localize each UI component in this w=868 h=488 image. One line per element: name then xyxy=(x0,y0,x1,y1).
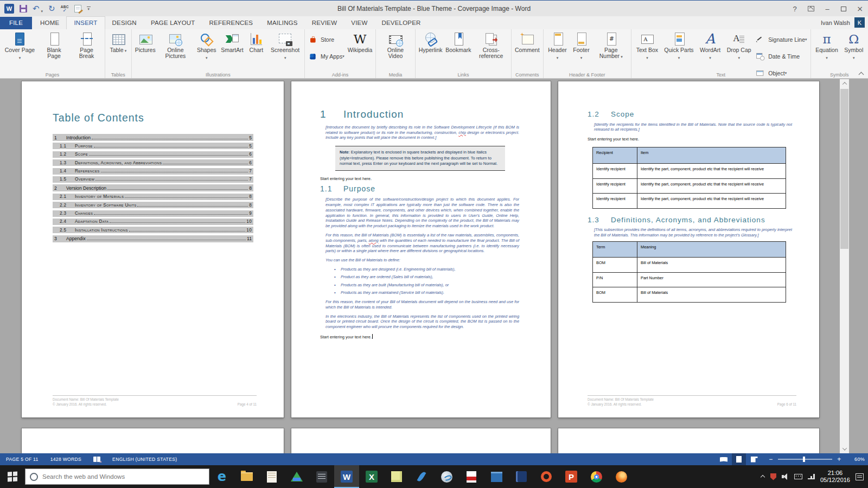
excel-icon[interactable]: X xyxy=(359,465,384,488)
tab-file[interactable]: FILE xyxy=(0,17,32,29)
toc-entry[interactable]: 1.3Definitions, Acronyms, and Abbreviati… xyxy=(53,159,253,166)
antivirus-tray-icon[interactable] xyxy=(770,473,776,480)
tab-insert[interactable]: INSERT xyxy=(66,16,105,29)
minimize-button[interactable]: – xyxy=(819,1,835,17)
taskbar-search[interactable] xyxy=(25,468,209,485)
taskbar-clock[interactable]: 21:06 05/12/2016 xyxy=(820,470,850,484)
page-indicator[interactable]: PAGE 5 OF 11 xyxy=(0,453,44,465)
signed-in-user[interactable]: Ivan Walsh xyxy=(821,20,850,26)
zoom-slider[interactable] xyxy=(778,459,832,460)
powerpoint-icon[interactable]: P xyxy=(559,465,584,488)
firefox-icon[interactable] xyxy=(609,465,634,488)
restore-button[interactable] xyxy=(835,1,852,17)
undo-dropdown-arrow-icon[interactable]: ▾ xyxy=(41,9,43,14)
web-layout-button[interactable] xyxy=(747,453,761,465)
zoom-level[interactable]: 60% xyxy=(848,457,865,462)
footer-button[interactable]: Footer xyxy=(570,30,592,61)
tab-mailings[interactable]: MAILINGS xyxy=(260,17,305,29)
page-break-button[interactable]: Page Break xyxy=(70,30,103,59)
media-player-icon[interactable] xyxy=(434,465,459,488)
vertical-scrollbar[interactable] xyxy=(840,79,849,453)
journal-app-icon[interactable] xyxy=(309,465,334,488)
shapes-button[interactable]: Shapes xyxy=(194,30,219,61)
hyperlink-button[interactable]: Hyperlink xyxy=(417,30,444,53)
opera-icon[interactable] xyxy=(534,465,559,488)
cross-reference-button[interactable]: Cross-reference xyxy=(473,30,509,59)
scrollbar-thumb[interactable] xyxy=(840,89,848,249)
keyboard-tray-icon[interactable] xyxy=(794,474,802,479)
save-icon[interactable] xyxy=(20,5,27,12)
toc-entry[interactable]: 1.2Scope6 xyxy=(53,151,253,158)
toc-entry[interactable]: 2.3Changes9 xyxy=(53,210,253,217)
tab-home[interactable]: HOME xyxy=(33,17,66,29)
bookmark-button[interactable]: Bookmark xyxy=(444,30,473,53)
equation-button[interactable]: πEquation xyxy=(813,30,841,61)
document-page-partial[interactable] xyxy=(558,428,819,453)
chrome-icon[interactable] xyxy=(584,465,609,488)
screenshot-button[interactable]: Screenshot xyxy=(267,30,303,61)
toc-entry[interactable]: 2.1Inventory of Materials8 xyxy=(53,194,253,200)
blank-page-button[interactable]: Blank Page xyxy=(38,30,70,59)
document-page-partial[interactable] xyxy=(22,428,284,453)
tray-expand-icon[interactable] xyxy=(761,474,765,479)
document-page-scope[interactable]: 1.2Scope [Identify the recipients for th… xyxy=(558,81,819,418)
close-button[interactable]: × xyxy=(852,1,868,17)
notes-app-icon[interactable] xyxy=(259,465,284,488)
scroll-up-icon[interactable] xyxy=(840,79,849,88)
toc-entry[interactable]: 2Version Description8 xyxy=(53,184,253,191)
tab-page-layout[interactable]: PAGE LAYOUT xyxy=(144,17,202,29)
file-explorer-icon[interactable] xyxy=(234,465,259,488)
toc-entry[interactable]: 1.5Overview7 xyxy=(53,176,253,183)
redo-icon[interactable]: ↻ xyxy=(48,5,55,12)
online-pictures-button[interactable]: Online Pictures xyxy=(157,30,194,59)
reader-app-icon[interactable] xyxy=(509,465,534,488)
toc-entry[interactable]: 2.5Installation Instructions10 xyxy=(53,227,253,233)
language-indicator[interactable]: ENGLISH (UNITED STATES) xyxy=(106,453,183,465)
tab-references[interactable]: REFERENCES xyxy=(202,17,260,29)
pictures-button[interactable]: Pictures xyxy=(133,30,157,53)
comment-button[interactable]: Comment xyxy=(513,30,541,53)
smartart-button[interactable]: SmartArt xyxy=(219,30,245,53)
document-page-introduction[interactable]: 1Introduction [Introduce the document by… xyxy=(291,81,551,418)
header-button[interactable]: Header xyxy=(545,30,570,61)
quick-parts-button[interactable]: Quick Parts xyxy=(661,30,697,61)
date-time-button[interactable]: Date & Time xyxy=(754,49,808,64)
zoom-slider-thumb[interactable] xyxy=(803,457,805,462)
ribbon-display-options-button[interactable] xyxy=(803,1,819,17)
drop-cap-button[interactable]: Drop Cap xyxy=(724,30,754,61)
document-page-toc[interactable]: Table of Contents 1Introduction5 1.1Purp… xyxy=(22,81,284,418)
customize-qat-button[interactable]: ▾ xyxy=(87,7,91,11)
collapse-ribbon-icon[interactable] xyxy=(859,71,864,76)
volume-icon[interactable] xyxy=(782,473,789,480)
photos-app-icon[interactable] xyxy=(484,465,509,488)
store-button[interactable]: Store xyxy=(307,32,346,47)
user-avatar[interactable]: K xyxy=(854,17,865,28)
toc-entry[interactable]: 1.1Purpose5 xyxy=(53,143,253,149)
online-video-button[interactable]: Online Video xyxy=(378,30,413,59)
zoom-out-button[interactable]: − xyxy=(768,455,774,463)
signature-line-button[interactable]: Signature Line xyxy=(754,32,808,47)
my-apps-button[interactable]: My Apps xyxy=(307,49,346,64)
wikipedia-button[interactable]: WWikipedia xyxy=(346,30,374,53)
document-page-partial[interactable] xyxy=(291,428,551,453)
symbol-button[interactable]: ΩSymbol xyxy=(841,30,866,61)
toc-entry[interactable]: 1.4References7 xyxy=(53,168,253,175)
toc-entry[interactable]: 2.2Inventory of Software Units8 xyxy=(53,202,253,208)
search-input[interactable] xyxy=(42,473,205,480)
feather-app-icon[interactable] xyxy=(409,465,434,488)
tab-design[interactable]: DESIGN xyxy=(105,17,144,29)
help-button[interactable]: ? xyxy=(787,1,803,17)
scroll-down-icon[interactable] xyxy=(840,445,849,453)
cover-page-button[interactable]: Cover Page xyxy=(2,30,38,61)
tab-view[interactable]: VIEW xyxy=(344,17,374,29)
text-box-button[interactable]: Text Box xyxy=(633,30,661,61)
wordart-button[interactable]: AWordArt xyxy=(697,30,724,61)
pdf-reader-icon[interactable] xyxy=(459,465,484,488)
edge-icon[interactable]: e xyxy=(209,465,234,488)
tab-developer[interactable]: DEVELOPER xyxy=(374,17,427,29)
read-mode-button[interactable] xyxy=(717,453,731,465)
word-logo-icon[interactable]: W xyxy=(4,4,14,14)
spelling-grammar-icon[interactable]: ABC ✓ xyxy=(61,5,69,12)
toc-entry[interactable]: 1Introduction5 xyxy=(53,134,253,141)
google-drive-icon[interactable] xyxy=(284,465,309,488)
